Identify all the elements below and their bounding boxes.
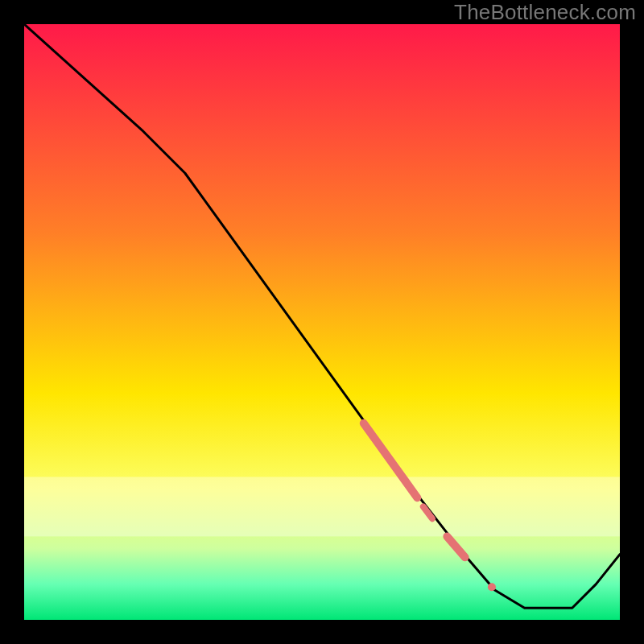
svg-point-5 xyxy=(488,583,496,591)
chart-frame: TheBottleneck.com xyxy=(0,0,644,644)
chart-svg xyxy=(24,24,620,620)
svg-rect-1 xyxy=(24,477,620,536)
watermark-label: TheBottleneck.com xyxy=(454,0,636,25)
bottleneck-chart xyxy=(24,24,620,620)
